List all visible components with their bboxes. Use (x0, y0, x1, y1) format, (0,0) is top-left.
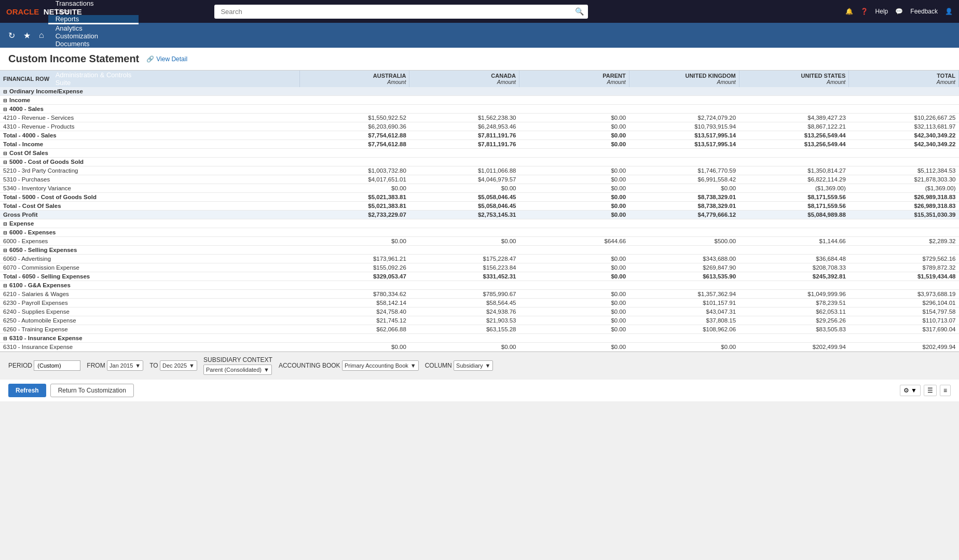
from-select[interactable]: Jan 2015 ▼ (107, 360, 143, 371)
collapse-icon[interactable]: ⊟ (3, 160, 7, 165)
cell-0: $329,053.47 (299, 272, 409, 281)
cell-2: $0.00 (519, 131, 629, 140)
rows-icon-button[interactable]: ≡ (940, 385, 951, 396)
nav-item-reports[interactable]: Reports (48, 15, 139, 24)
cell-0 (299, 334, 409, 343)
collapse-icon[interactable]: ⊟ (3, 221, 7, 227)
cell-1: $4,046,979.57 (409, 175, 519, 184)
cell-1 (409, 228, 519, 237)
cell-2: $644.66 (519, 237, 629, 246)
cell-4: $202,499.94 (739, 343, 849, 352)
cell-2: $0.00 (519, 211, 629, 219)
row-label: Total - Income (0, 140, 299, 149)
cell-3 (629, 228, 739, 237)
cell-1: $1,011,066.88 (409, 166, 519, 175)
to-group: TO Dec 2025 ▼ (149, 360, 197, 371)
cell-0: $4,017,651.01 (299, 175, 409, 184)
cell-2: $0.00 (519, 122, 629, 131)
cell-3: $269,847.90 (629, 263, 739, 272)
refresh-button[interactable]: Refresh (8, 384, 46, 397)
collapse-icon[interactable]: ⊟ (3, 151, 7, 156)
row-label-text: Ordinary Income/Expense (9, 88, 83, 94)
cell-2: $0.00 (519, 299, 629, 307)
nav-item-lists[interactable]: Lists (48, 7, 139, 15)
cell-5: ($1,369.00) (849, 184, 959, 193)
nav-item-administration--controls[interactable]: Administration & Controls (48, 71, 139, 79)
help-label[interactable]: Help (875, 8, 888, 15)
cell-5: $3,973,688.19 (849, 290, 959, 299)
collapse-icon[interactable]: ⊟ (3, 230, 7, 235)
favorites-icon[interactable]: ★ (19, 23, 35, 48)
cell-1 (409, 219, 519, 228)
cell-2 (519, 334, 629, 343)
collapse-icon[interactable]: ⊟ (3, 107, 7, 112)
back-button[interactable]: ↻ (4, 23, 19, 48)
period-input[interactable] (34, 360, 80, 371)
table-row: ⊟6050 - Selling Expenses (0, 246, 959, 255)
cell-1 (409, 149, 519, 158)
table-row: ⊟6310 - Insurance Expense (0, 334, 959, 343)
cell-1: $21,903.53 (409, 316, 519, 325)
cell-1: $58,564.45 (409, 299, 519, 307)
cell-0: $6,203,690.36 (299, 122, 409, 131)
nav-item-analytics[interactable]: Analytics (48, 24, 139, 32)
table-row: ⊟4000 - Sales (0, 105, 959, 114)
row-label-text: 6310 - Insurance Expense (3, 344, 73, 350)
view-detail-label[interactable]: View Detail (156, 55, 187, 63)
return-button[interactable]: Return To Customization (50, 384, 134, 397)
collapse-icon[interactable]: ⊟ (3, 283, 7, 288)
report-table: FINANCIAL ROWAUSTRALIAAmountCANADAAmount… (0, 71, 959, 352)
table-header: FINANCIAL ROWAUSTRALIAAmountCANADAAmount… (0, 71, 959, 87)
table-row: ⊟Expense (0, 219, 959, 228)
cell-0: $1,550,922.52 (299, 114, 409, 122)
view-detail-link[interactable]: 🔗 View Detail (146, 55, 187, 68)
feedback-icon[interactable]: 💬 (895, 8, 903, 15)
nav-item-documents[interactable]: Documents (48, 40, 139, 48)
settings-icon-button[interactable]: ⚙ ▼ (900, 385, 921, 396)
notifications-icon[interactable]: 🔔 (845, 8, 853, 15)
table-row: 4210 - Revenue - Services$1,550,922.52$1… (0, 114, 959, 122)
user-avatar[interactable]: 👤 (945, 8, 953, 15)
nav-item-customization[interactable]: Customization (48, 32, 139, 40)
column-select[interactable]: Subsidiary ▼ (454, 360, 493, 371)
columns-icon-button[interactable]: ☰ (924, 385, 937, 396)
table-row: Total - Income$7,754,612.88$7,811,191.76… (0, 140, 959, 149)
feedback-label[interactable]: Feedback (910, 8, 938, 15)
table-row: Total - 4000 - Sales$7,754,612.88$7,811,… (0, 131, 959, 140)
help-icon[interactable]: ❓ (860, 8, 868, 15)
accounting-book-select[interactable]: Primary Accounting Book ▼ (342, 360, 419, 371)
cell-1 (409, 105, 519, 114)
search-button[interactable]: 🔍 (575, 7, 584, 16)
col-header-3: PARENTAmount (519, 71, 629, 87)
search-input[interactable] (214, 5, 588, 19)
cell-5 (849, 281, 959, 290)
page-header: Custom Income Statement 🔗 View Detail (0, 48, 959, 71)
to-select[interactable]: Dec 2025 ▼ (160, 360, 197, 371)
collapse-icon[interactable]: ⊟ (3, 248, 7, 253)
cell-0: $62,066.88 (299, 325, 409, 334)
cell-0 (299, 219, 409, 228)
row-label: ⊟5000 - Cost of Goods Sold (0, 158, 299, 166)
cell-3 (629, 281, 739, 290)
row-label: ⊟6000 - Expenses (0, 228, 299, 237)
cell-4 (739, 149, 849, 158)
subsidiary-context-select[interactable]: Parent (Consolidated) ▼ (203, 365, 272, 375)
table-row: Total - Cost Of Sales$5,021,383.81$5,058… (0, 202, 959, 211)
cell-1: $7,811,191.76 (409, 140, 519, 149)
cell-4 (739, 96, 849, 105)
nav-item-transactions[interactable]: Transactions (48, 0, 139, 7)
accounting-book-arrow-icon: ▼ (410, 362, 416, 369)
collapse-icon[interactable]: ⊟ (3, 336, 7, 341)
cell-1: $331,452.31 (409, 272, 519, 281)
row-label: ⊟6100 - G&A Expenses (0, 281, 299, 290)
cell-1: $5,058,046.45 (409, 193, 519, 202)
search-wrap: 🔍 (214, 5, 588, 19)
row-label-text: 5000 - Cost of Goods Sold (9, 159, 84, 165)
cell-2: $0.00 (519, 290, 629, 299)
row-label: 6240 - Supplies Expense (0, 307, 299, 316)
nav-item-suite[interactable]: Suite (48, 79, 139, 87)
cell-0 (299, 149, 409, 158)
collapse-icon[interactable]: ⊟ (3, 89, 7, 94)
collapse-icon[interactable]: ⊟ (3, 98, 7, 103)
home-icon[interactable]: ⌂ (35, 23, 48, 48)
